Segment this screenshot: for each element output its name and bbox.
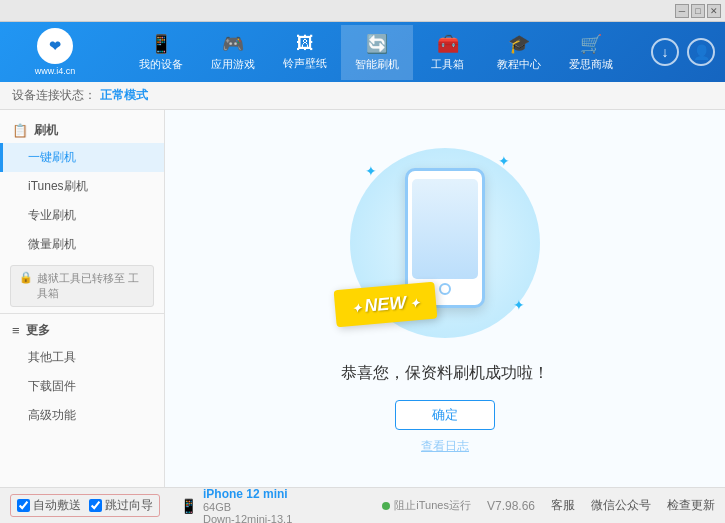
more-section-icon: ≡: [12, 323, 20, 338]
phone-screen: [412, 179, 478, 279]
phone-home-button: [439, 283, 451, 295]
nav-wallpaper[interactable]: 🖼 铃声壁纸: [269, 25, 341, 80]
bottom-right: 阻止iTunes运行 V7.98.66 客服 微信公众号 检查更新: [382, 497, 715, 514]
confirm-button[interactable]: 确定: [395, 400, 495, 430]
title-bar: ─ □ ✕: [0, 0, 725, 22]
toolbox-label: 工具箱: [431, 57, 464, 72]
sparkle-2: ✦: [498, 153, 510, 169]
download-button[interactable]: ↓: [651, 38, 679, 66]
my-device-label: 我的设备: [139, 57, 183, 72]
sidebar-section-flash: 📋 刷机: [0, 118, 164, 143]
device-icon: 📱: [180, 498, 197, 514]
store-icon: 🛒: [580, 33, 602, 55]
user-button[interactable]: 👤: [687, 38, 715, 66]
status-label: 设备连接状态：: [12, 87, 96, 104]
skip-wizard-label: 跳过向导: [105, 497, 153, 514]
tutorial-label: 教程中心: [497, 57, 541, 72]
nav-apps-games[interactable]: 🎮 应用游戏: [197, 25, 269, 80]
smart-flash-label: 智能刷机: [355, 57, 399, 72]
itunes-status-text: 阻止iTunes运行: [394, 498, 471, 513]
main-content: 📋 刷机 一键刷机 iTunes刷机 专业刷机 微量刷机 🔒 越狱工具已转移至 …: [0, 110, 725, 487]
auto-send-checkbox-item[interactable]: 自动敷送: [17, 497, 81, 514]
bottom-left: 自动敷送 跳过向导 📱 iPhone 12 mini 64GB Down-12m…: [10, 487, 292, 524]
status-bar: 设备连接状态： 正常模式: [0, 82, 725, 110]
auto-send-label: 自动敷送: [33, 497, 81, 514]
nav-right-buttons: ↓ 👤: [651, 38, 715, 66]
store-label: 爱思商城: [569, 57, 613, 72]
status-value: 正常模式: [100, 87, 148, 104]
device-info: 📱 iPhone 12 mini 64GB Down-12mini-13,1: [180, 487, 292, 524]
maximize-button[interactable]: □: [691, 4, 705, 18]
sparkle-1: ✦: [365, 163, 377, 179]
logo: ❤ www.i4.cn: [10, 28, 100, 76]
more-section-title: 更多: [26, 322, 50, 339]
support-link[interactable]: 客服: [551, 497, 575, 514]
apps-label: 应用游戏: [211, 57, 255, 72]
jailbreak-notice-text: 越狱工具已转移至 工具箱: [37, 271, 145, 301]
content-area: ✦ ✦ ✦ NEW 恭喜您，保资料刷机成功啦！ 确定 查看日志: [165, 110, 725, 487]
sidebar-section-more: ≡ 更多: [0, 318, 164, 343]
device-firmware: Down-12mini-13,1: [203, 513, 292, 524]
wallpaper-icon: 🖼: [296, 33, 314, 54]
tutorial-icon: 🎓: [508, 33, 530, 55]
flash-section-icon: 📋: [12, 123, 28, 138]
close-button[interactable]: ✕: [707, 4, 721, 18]
apps-icon: 🎮: [222, 33, 244, 55]
toolbox-icon: 🧰: [437, 33, 459, 55]
nav-items: 📱 我的设备 🎮 应用游戏 🖼 铃声壁纸 🔄 智能刷机 🧰 工具箱 🎓 教程中心…: [100, 25, 651, 80]
device-details: iPhone 12 mini 64GB Down-12mini-13,1: [203, 487, 292, 524]
success-text: 恭喜您，保资料刷机成功啦！: [341, 363, 549, 384]
sidebar-item-one-key-flash[interactable]: 一键刷机: [0, 143, 164, 172]
version-label: V7.98.66: [487, 499, 535, 513]
secondary-link[interactable]: 查看日志: [421, 438, 469, 455]
itunes-status: 阻止iTunes运行: [382, 498, 471, 513]
itunes-status-dot: [382, 502, 390, 510]
jailbreak-notice: 🔒 越狱工具已转移至 工具箱: [10, 265, 154, 307]
device-name: iPhone 12 mini: [203, 487, 292, 501]
lock-icon: 🔒: [19, 271, 33, 284]
minimize-button[interactable]: ─: [675, 4, 689, 18]
sparkle-3: ✦: [513, 297, 525, 313]
skip-wizard-checkbox-item[interactable]: 跳过向导: [89, 497, 153, 514]
bottom-bar: 自动敷送 跳过向导 📱 iPhone 12 mini 64GB Down-12m…: [0, 487, 725, 523]
sidebar-item-micro-flash[interactable]: 微量刷机: [0, 230, 164, 259]
skip-wizard-checkbox[interactable]: [89, 499, 102, 512]
nav-my-device[interactable]: 📱 我的设备: [125, 25, 197, 80]
wechat-link[interactable]: 微信公众号: [591, 497, 651, 514]
top-nav: ❤ www.i4.cn 📱 我的设备 🎮 应用游戏 🖼 铃声壁纸 🔄 智能刷机 …: [0, 22, 725, 82]
logo-subtitle: www.i4.cn: [35, 66, 76, 76]
sidebar-item-download-firmware[interactable]: 下载固件: [0, 372, 164, 401]
sidebar-divider: [0, 313, 164, 314]
checkbox-wrapper: 自动敷送 跳过向导: [10, 494, 160, 517]
my-device-icon: 📱: [150, 33, 172, 55]
nav-tutorial[interactable]: 🎓 教程中心: [483, 25, 555, 80]
auto-send-checkbox[interactable]: [17, 499, 30, 512]
sidebar-item-itunes-flash[interactable]: iTunes刷机: [0, 172, 164, 201]
wallpaper-label: 铃声壁纸: [283, 56, 327, 71]
update-link[interactable]: 检查更新: [667, 497, 715, 514]
nav-toolbox[interactable]: 🧰 工具箱: [413, 25, 483, 80]
nav-store[interactable]: 🛒 爱思商城: [555, 25, 627, 80]
logo-circle: ❤: [37, 28, 73, 64]
phone-illustration: ✦ ✦ ✦ NEW: [345, 143, 545, 343]
sidebar: 📋 刷机 一键刷机 iTunes刷机 专业刷机 微量刷机 🔒 越狱工具已转移至 …: [0, 110, 165, 487]
logo-icon: ❤: [49, 38, 61, 54]
device-storage: 64GB: [203, 501, 292, 513]
sidebar-item-pro-flash[interactable]: 专业刷机: [0, 201, 164, 230]
smart-flash-icon: 🔄: [366, 33, 388, 55]
window-controls: ─ □ ✕: [675, 4, 721, 18]
flash-section-title: 刷机: [34, 122, 58, 139]
nav-smart-flash[interactable]: 🔄 智能刷机: [341, 25, 413, 80]
sidebar-item-advanced[interactable]: 高级功能: [0, 401, 164, 430]
sidebar-item-other-tools[interactable]: 其他工具: [0, 343, 164, 372]
